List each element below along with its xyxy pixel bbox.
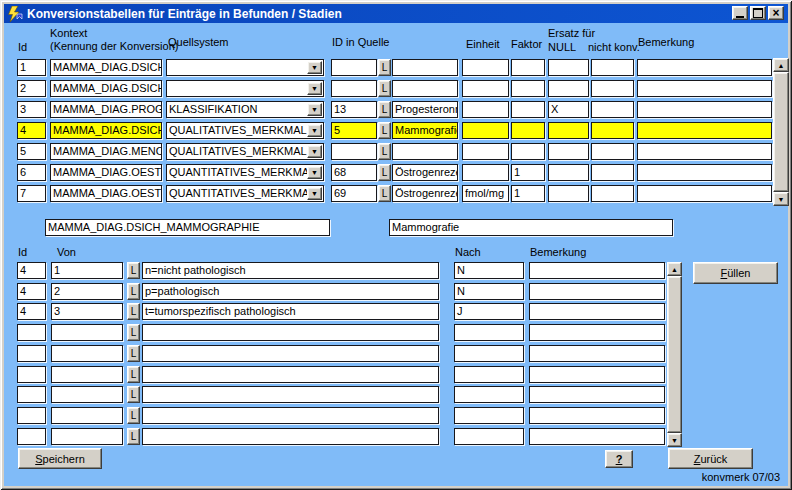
quellsystem-combo[interactable]: QUANTITATIVES_MERKMAL ▼ [166,185,324,202]
row-faktor-field[interactable] [511,143,545,160]
row-id-field[interactable]: 6 [17,164,46,181]
row-faktor-field[interactable]: 1 [511,164,545,181]
name-full-field[interactable]: Mammografie [389,219,673,236]
row-id-field[interactable] [17,407,46,424]
row-bemerkung-field[interactable] [529,428,665,445]
lookup-button[interactable]: L [378,143,391,160]
row-kontext-field[interactable]: MAMMA_DIAG.MENOP [50,143,162,160]
lookup-button[interactable]: L [378,101,391,118]
lookup-button[interactable]: L [127,366,140,383]
lookup-button[interactable]: L [127,324,140,341]
row-bemerkung-field[interactable] [529,386,665,403]
row-faktor-field[interactable] [511,80,545,97]
chevron-down-icon[interactable]: ▼ [307,103,322,116]
row-id-field[interactable]: 4 [17,262,46,279]
scroll-up-icon[interactable]: ▲ [667,262,682,276]
row-id-in-quelle-field[interactable] [331,59,377,76]
row-von-text-field[interactable] [142,324,439,341]
row-faktor-field[interactable] [511,122,545,139]
row-einheit-field[interactable] [462,122,509,139]
row-nach-field[interactable] [454,407,524,424]
row-nach-field[interactable] [454,324,524,341]
row-von-text-field[interactable] [142,345,439,362]
row-nicht-konv-field[interactable] [591,143,634,160]
row-bemerkung-field[interactable] [637,143,772,160]
row-bemerkung-field[interactable] [637,59,772,76]
row-bemerkung-field[interactable] [529,262,665,279]
kontext-full-field[interactable]: MAMMA_DIAG.DSICH_MAMMOGRAPHIE [45,219,330,236]
lookup-button[interactable]: L [378,122,391,139]
row-von-text-field[interactable]: t=tumorspezifisch pathologisch [142,303,439,320]
row-id-field[interactable]: 1 [17,59,46,76]
lookup-button[interactable]: L [127,303,140,320]
app-icon[interactable] [7,6,23,22]
row-nicht-konv-field[interactable] [591,59,634,76]
title-bar[interactable]: Konversionstabellen für Einträge in Befu… [4,4,788,23]
row-von-field[interactable] [51,407,123,424]
row-name-field[interactable]: Östrogenreze [392,164,458,181]
row-ersatz-null-field[interactable] [548,164,589,181]
lookup-button[interactable]: L [378,59,391,76]
quellsystem-combo[interactable]: ▼ [166,80,324,97]
row-ersatz-null-field[interactable] [548,122,589,139]
scroll-down-icon[interactable]: ▼ [667,433,682,447]
row-id-field[interactable]: 4 [17,122,46,139]
row-faktor-field[interactable] [511,101,545,118]
row-nicht-konv-field[interactable] [591,122,634,139]
row-einheit-field[interactable] [462,101,509,118]
row-einheit-field[interactable] [462,143,509,160]
row-name-field[interactable] [392,80,458,97]
row-name-field[interactable]: Östrogenreze [392,185,458,202]
row-ersatz-null-field[interactable] [548,80,589,97]
row-ersatz-null-field[interactable] [548,59,589,76]
row-einheit-field[interactable] [462,164,509,181]
row-kontext-field[interactable]: MAMMA_DIAG.OESTR [50,185,162,202]
row-id-field[interactable] [17,345,46,362]
row-kontext-field[interactable]: MAMMA_DIAG.DSICH_ [50,122,162,139]
row-nicht-konv-field[interactable] [591,101,634,118]
row-id-field[interactable]: 4 [17,303,46,320]
row-bemerkung-field[interactable] [529,324,665,341]
lookup-button[interactable]: L [127,262,140,279]
maximize-button[interactable] [750,6,766,20]
row-von-field[interactable] [51,386,123,403]
row-faktor-field[interactable]: 1 [511,185,545,202]
row-von-field[interactable]: 3 [51,303,123,320]
row-bemerkung-field[interactable] [637,101,772,118]
top-table-scrollbar[interactable]: ▲ ▼ [773,58,789,206]
scroll-down-icon[interactable]: ▼ [773,192,789,206]
row-bemerkung-field[interactable] [529,345,665,362]
chevron-down-icon[interactable]: ▼ [307,82,322,95]
row-von-text-field[interactable] [142,407,439,424]
row-von-text-field[interactable] [142,428,439,445]
lookup-button[interactable]: L [127,428,140,445]
row-von-text-field[interactable] [142,386,439,403]
row-bemerkung-field[interactable] [637,185,772,202]
row-von-field[interactable] [51,428,123,445]
row-id-in-quelle-field[interactable]: 5 [331,122,377,139]
chevron-down-icon[interactable]: ▼ [307,187,322,200]
bottom-table-scrollbar[interactable]: ▲ ▼ [667,262,682,447]
help-button[interactable]: ? [605,450,633,468]
row-nicht-konv-field[interactable] [591,80,634,97]
row-id-field[interactable] [17,366,46,383]
row-name-field[interactable]: Mammografie [392,122,458,139]
row-faktor-field[interactable] [511,59,545,76]
speichern-button[interactable]: Speichern [18,448,102,469]
row-von-text-field[interactable]: p=pathologisch [142,283,439,300]
row-id-field[interactable] [17,324,46,341]
row-von-field[interactable] [51,345,123,362]
row-name-field[interactable] [392,59,458,76]
row-nach-field[interactable] [454,386,524,403]
row-id-in-quelle-field[interactable] [331,143,377,160]
row-bemerkung-field[interactable] [637,164,772,181]
close-button[interactable]: × [768,6,784,20]
row-einheit-field[interactable] [462,59,509,76]
row-id-field[interactable]: 2 [17,80,46,97]
row-id-field[interactable] [17,428,46,445]
row-von-field[interactable] [51,366,123,383]
row-nach-field[interactable]: N [454,262,524,279]
row-kontext-field[interactable]: MAMMA_DIAG.OESTR [50,164,162,181]
row-ersatz-null-field[interactable] [548,185,589,202]
row-name-field[interactable]: Progesteronr [392,101,458,118]
